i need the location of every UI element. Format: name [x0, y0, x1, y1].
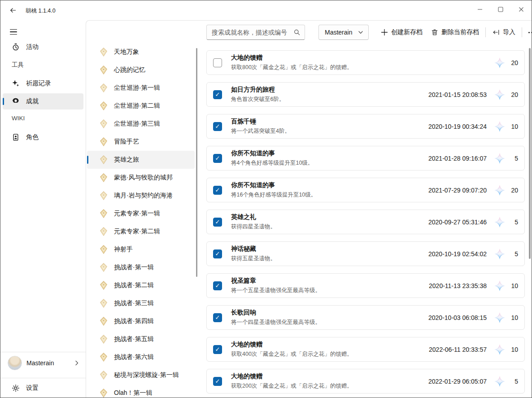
achievement-title: 你所不知道的事: [231, 149, 428, 157]
achievement-title: 你所不知道的事: [231, 181, 428, 189]
achievement-row: ✓ 大地的馈赠 获取200次「藏金之花」或「启示之花」的馈赠。 2022-01-…: [206, 369, 525, 394]
primogem-icon: [494, 344, 506, 355]
category-item[interactable]: 挑战者·第五辑: [87, 330, 195, 348]
create-archive-button[interactable]: 创建新存档: [377, 25, 426, 40]
achievement-row: ✓ 英雄之礼 获得四星圣遗物。 2020-09-27 05:31:46: [206, 210, 525, 234]
achievement-title: 如日方升的旅程: [231, 86, 428, 94]
category-item[interactable]: 挑战者·第三辑: [87, 294, 195, 312]
category-item[interactable]: 挑战者·第六辑: [87, 348, 195, 366]
achievement-description: 将4个角色好感等级提升至10级。: [231, 159, 428, 167]
achievement-row: ✓ 大地的馈赠 获取800次「藏金之花」或「启示之花」的馈赠。: [206, 50, 525, 75]
category-item[interactable]: 元素专家·第一辑: [87, 205, 195, 223]
import-label: 导入: [503, 28, 515, 36]
achievement-checkbox[interactable]: ✓: [213, 281, 222, 290]
search-input[interactable]: [212, 25, 291, 39]
achievement-completed-date: 2020-10-03 06:08:15: [428, 314, 487, 321]
category-item[interactable]: 蒙德·风与牧歌的城邦: [87, 169, 195, 187]
category-emblem-icon: [99, 119, 109, 129]
import-arrow-icon: [492, 29, 500, 36]
back-button[interactable]: [6, 3, 20, 17]
achievement-checkbox[interactable]: ✓: [213, 313, 222, 322]
category-item[interactable]: 冒险手艺: [87, 133, 195, 151]
category-item[interactable]: 尘世巡游·第三辑: [87, 115, 195, 133]
achievement-description: 获取800次「藏金之花」或「启示之花」的馈赠。: [231, 64, 487, 71]
achievement-list-scrollbar[interactable]: [529, 48, 531, 259]
achievement-completed-date: 2021-07-29 09:07:20: [428, 187, 487, 194]
achievement-reward-count: 5: [506, 378, 518, 385]
category-label: 天地万象: [114, 48, 139, 56]
category-emblem-icon: [99, 227, 109, 236]
category-item[interactable]: 心跳的记忆: [87, 61, 195, 79]
sidebar-item-wish-records[interactable]: 祈愿记录: [3, 75, 83, 92]
gear-icon: [12, 384, 20, 392]
achievement-reward-count: 10: [506, 346, 518, 353]
category-label: 璃月·岩与契约的海港: [114, 192, 173, 200]
navigation-menu-button[interactable]: [7, 25, 21, 39]
primogem-icon: [494, 312, 506, 324]
achievement-title: 神话秘藏: [231, 245, 428, 253]
primogem-icon: [494, 280, 506, 292]
primogem-icon: [494, 89, 506, 101]
achievement-checkbox[interactable]: ✓: [213, 249, 222, 258]
achievement-checkbox[interactable]: ✓: [213, 154, 222, 163]
sidebar-item-achievements[interactable]: 成就: [3, 93, 83, 109]
category-item[interactable]: 秘境与深境螺旋·第一辑: [87, 366, 195, 384]
chevron-down-icon: [358, 30, 363, 35]
category-item[interactable]: 英雄之旅: [87, 151, 195, 169]
category-item[interactable]: 尘世巡游·第二辑: [87, 97, 195, 115]
minimize-button[interactable]: [470, 0, 490, 18]
selected-indicator: [3, 98, 4, 105]
user-account-row[interactable]: Masterain: [0, 353, 86, 373]
category-item[interactable]: 挑战者·第四辑: [87, 312, 195, 330]
create-archive-label: 创建新存档: [391, 28, 423, 36]
achievement-description: 获取400次「藏金之花」或「启示之花」的馈赠。: [231, 350, 429, 358]
maximize-button[interactable]: [490, 0, 511, 18]
achievement-completed-date: 2020-09-27 05:31:46: [428, 219, 487, 226]
achievement-reward-count: 5: [506, 250, 518, 258]
primogem-icon: [494, 248, 506, 260]
achievement-checkbox[interactable]: ✓: [213, 377, 222, 386]
achievement-completed-date: 2020-10-19 02:54:02: [428, 250, 487, 258]
category-item[interactable]: 挑战者·第一辑: [87, 258, 195, 276]
achievement-completed-date: 2022-01-29 06:05:07: [428, 378, 487, 385]
delete-archive-button[interactable]: 删除当前存档: [427, 25, 483, 40]
category-item[interactable]: 神射手: [87, 241, 195, 258]
category-item[interactable]: Olah！第一辑: [87, 384, 195, 398]
sidebar-item-settings[interactable]: 设置: [3, 380, 83, 397]
category-label: Olah！第一辑: [114, 389, 153, 397]
sidebar-item-label: 设置: [26, 384, 39, 392]
category-emblem-icon: [99, 47, 109, 57]
archive-selector[interactable]: Masterain: [318, 25, 369, 40]
achievement-checkbox[interactable]: ✓: [213, 218, 222, 227]
achievement-reward-count: 5: [506, 155, 518, 162]
category-emblem-icon: [99, 245, 109, 254]
import-button[interactable]: 导入: [488, 25, 519, 40]
category-emblem-icon: [99, 191, 109, 201]
category-label: 心跳的记忆: [114, 66, 145, 74]
more-options-button[interactable]: [525, 25, 532, 40]
achievement-checkbox[interactable]: ✓: [213, 186, 222, 195]
category-emblem-icon: [99, 173, 109, 183]
achievement-description: 角色首次突破至6阶。: [231, 96, 428, 103]
category-item[interactable]: 元素专家·第二辑: [87, 223, 195, 241]
category-item[interactable]: 天地万象: [87, 43, 195, 61]
app-title: 胡桃 1.1.4.0: [26, 7, 56, 15]
achievement-checkbox[interactable]: ✓: [213, 122, 222, 131]
sidebar-item-activity[interactable]: 活动: [3, 39, 83, 55]
category-emblem-icon: [99, 298, 109, 308]
sidebar-item-characters[interactable]: 角色: [3, 129, 83, 145]
category-item[interactable]: 尘世巡游·第一辑: [87, 79, 195, 97]
toolbar-separator: [485, 27, 486, 37]
category-item[interactable]: 璃月·岩与契约的海港: [87, 187, 195, 205]
category-label: 挑战者·第三辑: [114, 299, 154, 307]
achievement-title: 大地的馈赠: [231, 372, 428, 381]
achievement-row: ✓ 祝圣篇章 将一个五星圣遗物强化至最高等级。 2020-11-13 23:35…: [206, 273, 525, 298]
trash-icon: [431, 29, 438, 36]
achievement-description: 获取200次「藏金之花」或「启示之花」的馈赠。: [231, 382, 428, 390]
close-button[interactable]: [511, 0, 532, 18]
achievement-checkbox[interactable]: ✓: [213, 90, 222, 99]
achievement-checkbox[interactable]: ✓: [213, 58, 222, 67]
achievement-checkbox[interactable]: ✓: [213, 345, 222, 354]
category-item[interactable]: 挑战者·第二辑: [87, 276, 195, 294]
primogem-icon: [494, 216, 506, 228]
